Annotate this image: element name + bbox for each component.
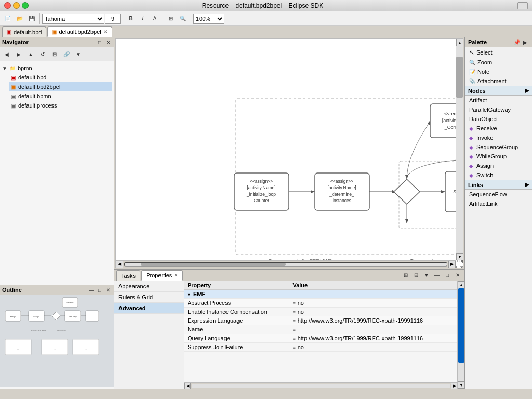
nav-minimize-button[interactable]: — bbox=[88, 38, 95, 46]
palette-item-note[interactable]: 📝 Note bbox=[465, 67, 532, 76]
bottom-tb-btn3[interactable]: ▼ bbox=[422, 270, 431, 280]
scroll-up-button[interactable]: ▲ bbox=[456, 39, 463, 46]
palette-item-invoke[interactable]: ◆ Invoke bbox=[465, 133, 532, 142]
palette-section-links[interactable]: Links ▶ bbox=[465, 180, 532, 190]
tab-close-icon[interactable]: ✕ bbox=[103, 29, 108, 34]
nav-forward-button[interactable]: ▶ bbox=[13, 48, 24, 60]
props-vscroll-track[interactable] bbox=[458, 288, 464, 381]
nav-collapse-button[interactable]: ⊟ bbox=[49, 48, 60, 60]
palette-item-dataobject[interactable]: DataObject bbox=[465, 114, 532, 124]
font-size-input[interactable] bbox=[105, 14, 121, 24]
palette-item-artifact[interactable]: Artifact bbox=[465, 96, 532, 105]
hscroll-track[interactable] bbox=[124, 262, 447, 267]
nav-filter-button[interactable]: ▼ bbox=[73, 48, 84, 60]
bottom-close-button[interactable]: ✕ bbox=[453, 270, 462, 280]
outline-minimize-button[interactable]: — bbox=[88, 286, 95, 294]
table-row[interactable]: Suppress Join Failure ≡no bbox=[184, 343, 457, 352]
diagram-vscrollbar[interactable]: ▲ ▼ bbox=[456, 39, 463, 260]
props-vscroll-down[interactable]: ▼ bbox=[458, 381, 464, 389]
palette-arrow-button[interactable]: ▶ bbox=[522, 38, 529, 46]
table-row[interactable]: Name ≡ bbox=[184, 325, 457, 334]
palette-pin-button[interactable]: 📌 bbox=[513, 38, 521, 46]
diagram-canvas[interactable]: <<receive>> [activity.Name] _Completed <… bbox=[116, 39, 463, 268]
tab-default-bpd[interactable]: ▣ default.bpd bbox=[2, 26, 46, 37]
bottom-minimize-button[interactable]: — bbox=[432, 270, 442, 280]
palette-item-whilegroup[interactable]: ◆ WhileGroup bbox=[465, 152, 532, 161]
minimize-button[interactable] bbox=[13, 2, 20, 9]
table-row[interactable]: Query Language ≡http://www.w3.org/TR/199… bbox=[184, 334, 457, 343]
palette-item-sequenceflow[interactable]: SequenceFlow bbox=[465, 190, 532, 199]
palette-item-zoom[interactable]: 🔍 Zoom bbox=[465, 58, 532, 67]
scroll-left-button[interactable]: ◀ bbox=[116, 261, 123, 268]
new-button[interactable]: 📄 bbox=[2, 13, 14, 24]
palette-item-assign[interactable]: ◆ Assign bbox=[465, 161, 532, 170]
scroll-right-button[interactable]: ▶ bbox=[448, 261, 456, 268]
props-scroll-track[interactable] bbox=[192, 384, 450, 388]
italic-button[interactable]: I bbox=[137, 13, 149, 24]
nav-refresh-button[interactable]: ↺ bbox=[37, 48, 48, 60]
tree-item-default-bpd2bpel[interactable]: ▣ default.bpd2bpel bbox=[9, 82, 112, 91]
rulers-grid-section[interactable]: Rulers & Grid bbox=[114, 292, 184, 303]
palette-item-artifactlink[interactable]: ArtifactLink bbox=[465, 199, 532, 208]
tab-tasks[interactable]: Tasks bbox=[116, 270, 140, 281]
palette-item-receive[interactable]: ◆ Receive bbox=[465, 124, 532, 133]
grid-button[interactable]: ⊞ bbox=[165, 13, 177, 24]
palette-section-nodes[interactable]: Nodes ▶ bbox=[465, 86, 532, 96]
maximize-button[interactable] bbox=[22, 2, 29, 9]
palette-item-attachment[interactable]: 📎 Attachment bbox=[465, 76, 532, 86]
palette-title: Palette bbox=[468, 39, 487, 45]
vscroll-thumb[interactable] bbox=[456, 57, 463, 98]
props-hscrollbar[interactable]: ◀ ▶ bbox=[184, 382, 457, 389]
links-section-arrow-icon: ▶ bbox=[525, 181, 529, 188]
scroll-down-button[interactable]: ▼ bbox=[456, 253, 463, 260]
nav-maximize-button[interactable]: □ bbox=[96, 38, 103, 46]
table-row[interactable]: Enable Instance Compensation ≡no bbox=[184, 308, 457, 316]
outline-maximize-button[interactable]: □ bbox=[96, 286, 103, 294]
diagram-hscrollbar[interactable]: ◀ ▶ bbox=[116, 260, 456, 268]
tree-item-default-process[interactable]: ▣ default.process bbox=[9, 101, 112, 110]
window-restore-icon[interactable] bbox=[517, 2, 528, 9]
vscroll-track[interactable] bbox=[456, 46, 463, 253]
bold-button[interactable]: B bbox=[125, 13, 137, 24]
emf-group-label[interactable]: ▼EMF bbox=[184, 290, 457, 299]
outline-close-button[interactable]: ✕ bbox=[104, 286, 112, 294]
palette-item-parallelgateway[interactable]: ParallelGateway bbox=[465, 105, 532, 114]
tree-item-bpmn[interactable]: ▼ 📁 bpmn bbox=[2, 63, 112, 73]
props-vscrollbar[interactable]: ▲ ▼ bbox=[457, 281, 464, 389]
close-button[interactable] bbox=[4, 2, 11, 9]
props-vscroll-thumb[interactable] bbox=[458, 288, 464, 363]
props-scroll-right[interactable]: ▶ bbox=[451, 383, 457, 389]
props-scroll-left[interactable]: ◀ bbox=[184, 383, 191, 389]
open-button[interactable]: 📂 bbox=[14, 13, 25, 24]
font-select[interactable]: Tahoma bbox=[42, 14, 104, 24]
zoom-select[interactable]: 100% 75% 50% 150% bbox=[193, 14, 224, 24]
emf-group-row: ▼EMF bbox=[184, 290, 457, 299]
properties-tab-close-icon[interactable]: ✕ bbox=[174, 273, 178, 278]
window-controls[interactable] bbox=[4, 2, 29, 9]
props-vscroll-up[interactable]: ▲ bbox=[458, 281, 464, 288]
nav-close-button[interactable]: ✕ bbox=[104, 38, 112, 46]
align-left-button[interactable]: A bbox=[149, 13, 161, 24]
editor-area[interactable]: <<receive>> [activity.Name] _Completed <… bbox=[115, 38, 463, 268]
tree-item-default-bpmn[interactable]: ▣ default.bpmn bbox=[9, 91, 112, 101]
table-row[interactable]: Expression Language ≡http://www.w3.org/T… bbox=[184, 316, 457, 325]
toolbar-misc-group: ⊞ 🔍 bbox=[165, 13, 191, 24]
tree-item-default-bpd[interactable]: ▣ default.bpd bbox=[9, 73, 112, 82]
bottom-tb-btn2[interactable]: ⊟ bbox=[411, 270, 421, 280]
save-button[interactable]: 💾 bbox=[26, 13, 37, 24]
zoom-in-button[interactable]: 🔍 bbox=[177, 13, 189, 24]
hscroll-thumb[interactable] bbox=[141, 263, 286, 266]
palette-item-select[interactable]: ↖ Select bbox=[465, 47, 532, 58]
appearance-section[interactable]: Appearance bbox=[114, 281, 184, 292]
bottom-tb-btn1[interactable]: ⊞ bbox=[401, 270, 410, 280]
table-row[interactable]: Abstract Process ≡no bbox=[184, 299, 457, 308]
palette-item-switch[interactable]: ◆ Switch bbox=[465, 170, 532, 180]
palette-item-sequencegroup[interactable]: ◆ SequenceGroup bbox=[465, 142, 532, 152]
nav-up-button[interactable]: ▲ bbox=[25, 48, 36, 60]
tab-properties[interactable]: Properties ✕ bbox=[141, 270, 183, 281]
nav-back-button[interactable]: ◀ bbox=[1, 48, 12, 60]
tab-default-bpd2bpel[interactable]: ▣ default.bpd2bpel ✕ bbox=[47, 26, 112, 37]
nav-link-button[interactable]: 🔗 bbox=[61, 48, 72, 60]
advanced-section[interactable]: Advanced bbox=[114, 303, 184, 314]
bottom-maximize-button[interactable]: □ bbox=[443, 270, 452, 280]
